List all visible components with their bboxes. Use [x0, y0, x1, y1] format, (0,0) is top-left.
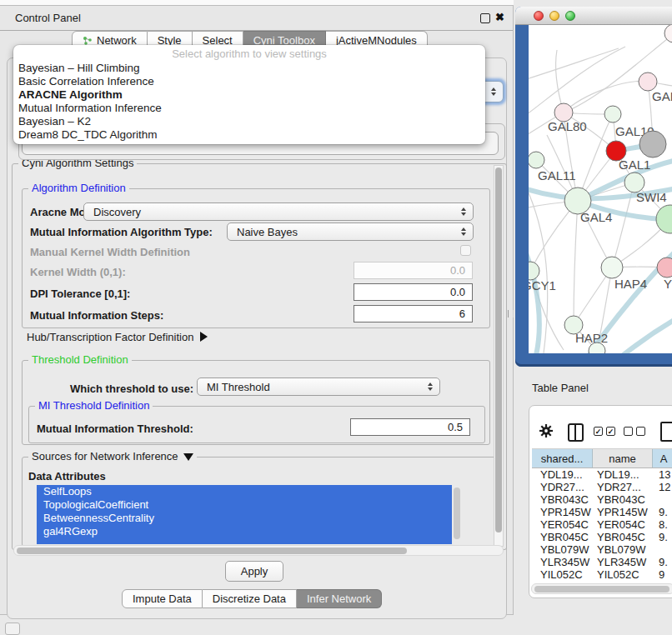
column-header-name[interactable]: name	[593, 449, 653, 468]
table-cell[interactable]: 13	[652, 468, 670, 481]
table-cell[interactable]: YBL079W	[594, 543, 652, 556]
table-horizontal-scrollbar[interactable]	[531, 583, 672, 594]
minimize-traffic-light[interactable]	[549, 11, 559, 21]
algorithm-option[interactable]: Bayesian – Hill Climbing	[13, 62, 485, 75]
network-node[interactable]	[601, 257, 623, 278]
attributes-scrollbar[interactable]	[453, 486, 461, 543]
split-columns-icon[interactable]	[568, 423, 584, 442]
tab-discretize-data[interactable]: Discretize Data	[203, 589, 297, 608]
kernel-width-field[interactable]: 0.0	[354, 262, 473, 279]
table-cell[interactable]: 9.	[652, 531, 668, 543]
algorithm-option[interactable]: Mutual Information Inference	[13, 102, 485, 115]
table-cell[interactable]: YDL19...	[594, 468, 652, 481]
mi-threshold-field[interactable]: 0.5	[350, 418, 470, 436]
network-edge	[617, 318, 672, 353]
table-row[interactable]: YLR345WYLR345W9.	[532, 556, 672, 568]
attribute-list-item[interactable]: BetweennessCentrality	[37, 512, 452, 525]
table-cell[interactable]: YBR043C	[594, 493, 652, 506]
mi-algorithm-type-combobox[interactable]: Naive Bayes	[227, 222, 474, 241]
table-cell[interactable]: YDL19...	[532, 468, 594, 481]
aracne-mode-combobox[interactable]: Discovery	[83, 202, 474, 221]
attribute-list-item[interactable]: SelfLoops	[37, 485, 452, 498]
table-cell[interactable]: YDR27...	[594, 481, 652, 493]
sources-section-title[interactable]: Sources for Network Inference	[28, 451, 197, 462]
table-cell[interactable]: YBR043C	[532, 493, 594, 506]
network-node[interactable]	[529, 262, 539, 280]
deselect-all-columns-icon[interactable]	[624, 427, 645, 436]
column-header-partial[interactable]: A	[653, 449, 672, 468]
network-node[interactable]	[639, 131, 666, 158]
table-cell[interactable]: YPR145W	[532, 506, 594, 518]
attribute-list-item[interactable]: TopologicalCoefficient	[37, 498, 452, 512]
document-icon[interactable]	[660, 422, 672, 442]
table-cell[interactable]: YLR345W	[532, 556, 594, 568]
table-cell[interactable]: YIL052C	[594, 568, 652, 581]
network-node[interactable]	[604, 106, 621, 122]
network-node[interactable]	[529, 152, 544, 168]
table-row[interactable]: YBR043CYBR043C	[532, 493, 672, 506]
algorithm-option[interactable]: Basic Correlation Inference	[13, 75, 485, 88]
table-cell[interactable]: YPR145W	[594, 506, 652, 518]
collapse-down-icon[interactable]	[183, 453, 193, 461]
settings-horizontal-scrollbar[interactable]	[13, 545, 504, 556]
network-view-window[interactable]: GALGAL80GAL10GAL1GAL11SWI4GAL4GCY1HAP4YH…	[515, 7, 672, 367]
mi-steps-field[interactable]: 6	[354, 305, 473, 322]
dpi-tolerance-field[interactable]: 0.0	[354, 283, 473, 301]
table-row[interactable]: YBR045CYBR045C9.	[532, 531, 672, 543]
algorithm-option[interactable]: Dream8 DC_TDC Algorithm	[13, 128, 485, 142]
expand-right-icon[interactable]	[200, 332, 208, 342]
apply-button[interactable]: Apply	[225, 561, 283, 582]
table-cell[interactable]: YDR27...	[532, 481, 594, 493]
gear-icon[interactable]	[539, 423, 554, 442]
attributes-scrollbar-thumb[interactable]	[454, 488, 460, 539]
table-horizontal-scrollbar-thumb[interactable]	[534, 586, 669, 592]
table-cell[interactable]: 9.	[652, 556, 668, 568]
zoom-traffic-light[interactable]	[565, 11, 575, 21]
table-cell[interactable]: 8.	[652, 518, 668, 531]
table-row[interactable]: YBL079WYBL079W	[532, 543, 672, 556]
table-cell[interactable]: YER054C	[594, 518, 652, 531]
network-node-label: GAL11	[538, 168, 576, 182]
mi-threshold-value: 0.5	[448, 421, 463, 433]
table-cell[interactable]: YLR345W	[594, 556, 652, 568]
settings-horizontal-scrollbar-thumb[interactable]	[17, 548, 407, 554]
network-canvas[interactable]: GALGAL80GAL10GAL1GAL11SWI4GAL4GCY1HAP4YH…	[529, 25, 672, 353]
unchecked-box-icon	[636, 427, 645, 436]
table-cell[interactable]: YBR045C	[594, 531, 652, 543]
table-row[interactable]: YDL19...YDL19...13	[532, 468, 672, 481]
table-cell[interactable]: 12	[652, 481, 670, 493]
table-header: shared... name A	[532, 448, 672, 468]
tab-infer-network[interactable]: Infer Network	[297, 589, 382, 608]
column-header-shared-name[interactable]: shared...	[532, 449, 593, 468]
network-window-titlebar[interactable]	[515, 7, 672, 25]
float-window-icon[interactable]	[480, 13, 490, 23]
table-cell[interactable]: 9.	[652, 506, 668, 518]
tab-impute-data[interactable]: Impute Data	[122, 589, 203, 608]
table-row[interactable]: YPR145WYPR145W9.	[532, 506, 672, 518]
table-cell[interactable]: YER054C	[532, 518, 594, 531]
settings-vertical-scrollbar[interactable]	[494, 165, 504, 547]
network-node[interactable]	[639, 72, 657, 91]
manual-kernel-width-checkbox[interactable]	[460, 245, 471, 256]
table-cell[interactable]: YIL052C	[532, 568, 594, 581]
close-traffic-light[interactable]	[534, 11, 544, 21]
table-cell[interactable]: YBL079W	[532, 543, 594, 556]
select-all-columns-icon[interactable]: ✓✓	[594, 427, 615, 436]
table-row[interactable]: YIL052CYIL052C9	[532, 568, 672, 581]
table-cell[interactable]: YBR045C	[532, 531, 594, 543]
network-node[interactable]	[657, 258, 672, 278]
close-icon[interactable]: ✖	[495, 11, 504, 23]
which-threshold-combobox[interactable]: MI Threshold	[197, 378, 440, 396]
attribute-list-item[interactable]	[37, 538, 452, 544]
table-row[interactable]: YER054CYER054C8.	[532, 518, 672, 531]
table-cell[interactable]: 9	[652, 568, 664, 581]
attribute-list-item[interactable]: gal4RGexp	[37, 525, 452, 538]
minimized-panel-icon[interactable]	[5, 622, 20, 635]
hub-transcription-section[interactable]: Hub/Transcription Factor Definition	[27, 331, 208, 343]
network-node[interactable]	[656, 205, 672, 233]
table-row[interactable]: YDR27...YDR27...12	[532, 481, 672, 493]
algorithm-option[interactable]: ARACNE Algorithm	[13, 88, 485, 102]
settings-vertical-scrollbar-thumb[interactable]	[495, 168, 502, 532]
algorithm-option[interactable]: Bayesian – K2	[13, 115, 485, 128]
splitpane-grip[interactable]	[508, 310, 514, 318]
